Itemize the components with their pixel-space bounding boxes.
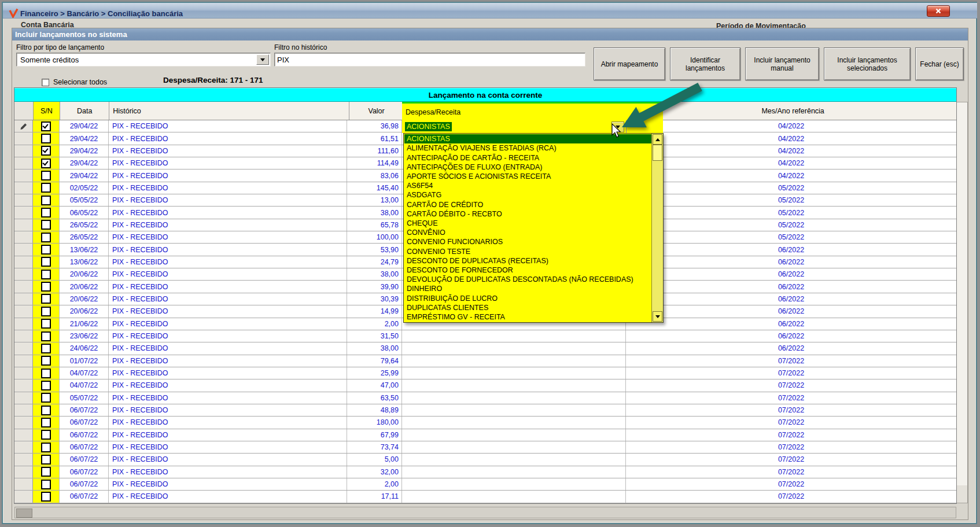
despesa-receita-editor[interactable]: ACIONISTAS [402, 120, 663, 133]
header-data[interactable]: Data [60, 102, 109, 120]
row-despesa-cell[interactable] [402, 355, 626, 367]
row-checkbox-cell[interactable] [33, 454, 60, 465]
row-despesa-cell[interactable] [402, 429, 626, 441]
row-checkbox[interactable] [41, 257, 51, 267]
row-checkbox[interactable] [41, 146, 51, 156]
editor-dropdown-button[interactable] [611, 121, 624, 132]
row-checkbox-cell[interactable] [33, 169, 60, 181]
dropdown-item[interactable]: ACIONISTAS [404, 134, 651, 143]
row-checkbox[interactable] [41, 344, 51, 353]
row-checkbox-cell[interactable] [33, 244, 60, 255]
row-checkbox[interactable] [41, 307, 51, 316]
row-checkbox[interactable] [41, 406, 51, 415]
row-checkbox[interactable] [41, 196, 51, 205]
dropdown-item[interactable]: DUPLICATAS CLIENTES [404, 303, 651, 312]
row-checkbox-cell[interactable] [33, 219, 60, 231]
row-checkbox-cell[interactable] [33, 132, 60, 144]
row-checkbox[interactable] [41, 430, 51, 440]
dropdown-item[interactable]: APORTE SÓCIOS E ACIONISTAS RECEITA [404, 172, 651, 181]
table-row[interactable]: 23/06/22 PIX - RECEBIDO 31,50 06/2022 [14, 330, 956, 342]
dropdown-item[interactable]: DESCONTO DE DUPLICATAS (RECEITAS) [404, 256, 651, 266]
row-despesa-cell[interactable] [402, 392, 626, 404]
row-checkbox-cell[interactable] [33, 342, 60, 354]
row-despesa-cell[interactable] [402, 466, 626, 478]
button-incluir-lancamento-manual[interactable]: Incluir lançamento manual [745, 47, 819, 80]
row-despesa-cell[interactable] [402, 478, 626, 490]
row-checkbox[interactable] [41, 381, 51, 390]
grid-vertical-scrollbar[interactable] [956, 102, 968, 503]
dropdown-item[interactable]: DINHEIRO [404, 284, 651, 293]
dropdown-item[interactable]: AS6F54 [404, 181, 651, 190]
row-despesa-cell[interactable] [402, 404, 626, 416]
row-checkbox[interactable] [41, 220, 51, 230]
row-checkbox-cell[interactable] [33, 207, 60, 218]
dropdown-item[interactable]: DESCONTO DE FORNECEDOR [404, 266, 651, 275]
close-button[interactable] [927, 5, 950, 17]
table-row[interactable]: 06/07/22 PIX - RECEBIDO 180,00 07/2022 [14, 417, 956, 429]
row-checkbox-cell[interactable] [33, 355, 60, 367]
table-row[interactable]: 06/07/22 PIX - RECEBIDO 73,74 07/2022 [14, 441, 956, 454]
row-checkbox[interactable] [41, 245, 51, 255]
row-checkbox-cell[interactable] [33, 330, 60, 342]
button-identificar-lancamentos[interactable]: Identificar lançamentos [670, 47, 740, 80]
table-row[interactable]: 05/07/22 PIX - RECEBIDO 63,50 07/2022 [14, 392, 956, 404]
row-checkbox-cell[interactable] [33, 318, 60, 330]
row-checkbox[interactable] [41, 418, 51, 428]
button-fechar[interactable]: Fechar (esc) [915, 47, 964, 80]
table-row[interactable]: 01/07/22 PIX - RECEBIDO 79,64 07/2022 [14, 355, 956, 367]
dropdown-item[interactable]: ANTECIPAÇÃO DE CARTÃO - RECEITA [404, 153, 651, 162]
row-checkbox[interactable] [41, 331, 51, 341]
row-checkbox[interactable] [41, 294, 51, 304]
row-checkbox[interactable] [41, 455, 51, 465]
row-checkbox[interactable] [41, 282, 51, 292]
row-checkbox[interactable] [41, 393, 51, 403]
scroll-down-button[interactable] [653, 311, 662, 322]
row-checkbox-cell[interactable] [33, 305, 60, 317]
dropdown-item[interactable]: DISTRIBUIÇÃO DE LUCRO [404, 293, 651, 303]
row-despesa-cell[interactable] [402, 330, 626, 342]
table-row[interactable]: 06/07/22 PIX - RECEBIDO 67,99 07/2022 [14, 429, 956, 441]
row-checkbox[interactable] [41, 233, 51, 242]
table-row[interactable]: 06/07/22 PIX - RECEBIDO 5,00 07/2022 [14, 454, 956, 466]
row-checkbox[interactable] [41, 121, 51, 131]
row-despesa-cell[interactable] [402, 367, 626, 379]
row-checkbox[interactable] [41, 368, 51, 378]
row-checkbox[interactable] [41, 159, 51, 168]
row-checkbox-cell[interactable] [33, 379, 60, 391]
row-checkbox-cell[interactable] [33, 120, 60, 132]
dropdown-item[interactable]: CARTÃO DE CRÉDITO [404, 200, 651, 209]
row-despesa-cell[interactable] [402, 491, 626, 502]
header-sn[interactable]: S/N [34, 102, 60, 120]
row-despesa-cell[interactable] [402, 342, 626, 354]
row-checkbox-cell[interactable] [33, 417, 60, 428]
dropdown-item[interactable]: CONVENIO TESTE [404, 246, 651, 256]
table-row[interactable]: 24/06/22 PIX - RECEBIDO 38,00 06/2022 [14, 342, 956, 355]
header-historico[interactable]: Histórico [109, 102, 349, 120]
row-checkbox-cell[interactable] [33, 293, 60, 305]
grid-horizontal-scrollbar[interactable] [14, 507, 956, 518]
filter-type-combobox[interactable]: Somente créditos [16, 53, 271, 67]
header-mes-ano[interactable]: Mes/Ano referência [629, 102, 956, 120]
row-checkbox[interactable] [41, 134, 51, 143]
row-checkbox[interactable] [41, 467, 51, 477]
dropdown-item[interactable]: ALIMENTAÇÃO VIAJENS E ESTADIAS (RCA) [404, 143, 651, 153]
filter-history-input[interactable] [274, 53, 585, 67]
row-checkbox-cell[interactable] [33, 478, 60, 490]
dropdown-item[interactable]: CHEQUE [404, 219, 651, 228]
row-despesa-cell[interactable] [402, 454, 626, 465]
dropdown-item[interactable]: CONVENIO FUNCIONARIOS [404, 237, 651, 246]
row-checkbox[interactable] [41, 492, 51, 502]
dropdown-item[interactable]: DEVOLUÇÃO DE DUPLICATAS DESCONTADAS (NÃO… [404, 275, 651, 284]
row-checkbox-cell[interactable] [33, 231, 60, 243]
row-checkbox-cell[interactable] [33, 256, 60, 268]
table-row[interactable]: 06/07/22 PIX - RECEBIDO 17,11 07/2022 [14, 491, 956, 503]
row-checkbox-cell[interactable] [33, 182, 60, 194]
row-despesa-cell[interactable] [402, 379, 626, 391]
horizontal-scrollbar-thumb[interactable] [16, 508, 32, 518]
row-checkbox-cell[interactable] [33, 466, 60, 478]
scroll-up-button[interactable] [653, 134, 662, 145]
table-row[interactable]: 04/07/22 PIX - RECEBIDO 25,99 07/2022 [14, 367, 956, 379]
row-checkbox[interactable] [41, 208, 51, 218]
row-checkbox-cell[interactable] [33, 281, 60, 292]
row-checkbox[interactable] [41, 319, 51, 329]
